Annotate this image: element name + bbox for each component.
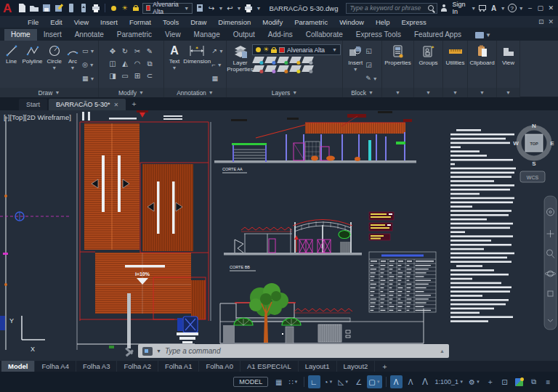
grid-display-button[interactable]: ▦ — [272, 375, 285, 388]
panel-label-block[interactable]: Block▼ — [343, 88, 381, 97]
search-box[interactable]: Type a keyword or phrase — [346, 3, 437, 14]
explode-tool-icon[interactable]: ⧉ — [144, 57, 156, 70]
drawing-area[interactable]: [-][Top][2D Wireframe] — [0, 110, 558, 361]
maximize-button[interactable]: ▢ — [536, 4, 544, 12]
hatch-tool-icon[interactable]: ▦ ▼ — [82, 75, 94, 82]
dimension-button[interactable]: ✶ Dimension — [183, 43, 211, 87]
properties-button[interactable]: Properties — [384, 43, 412, 87]
drawing-canvas[interactable]: i=10% — [0, 110, 558, 361]
layer-thaw-icon[interactable]: ☀ — [263, 46, 269, 53]
tab-express-tools[interactable]: Express Tools — [349, 29, 408, 41]
command-line[interactable]: ▼ Type a command ▲ — [138, 344, 449, 358]
help-dropdown-icon[interactable]: ▼ — [519, 6, 524, 11]
layout-tab-a1-especial[interactable]: A1 ESPECIAL — [240, 361, 299, 372]
scale-tool-icon[interactable]: ▭ — [119, 70, 132, 82]
workspace-switching-button[interactable]: ⚙▼ — [467, 375, 482, 388]
table-tool-icon[interactable]: ▦ — [212, 75, 224, 82]
panel-label-properties[interactable]: ▼ — [382, 88, 413, 97]
layer-thaw-sun-icon[interactable]: ☀ — [120, 3, 129, 13]
layer-vpfreeze-icon[interactable] — [277, 65, 289, 72]
layout-tab-model[interactable]: Model — [1, 361, 35, 372]
move-tool-icon[interactable]: ✥ — [107, 45, 119, 57]
mobile-device-icon[interactable] — [66, 3, 76, 13]
save-icon[interactable] — [41, 3, 52, 13]
viewcube[interactable]: TOP N S W E — [513, 123, 554, 167]
undo-dropdown-icon[interactable]: ▼ — [218, 6, 223, 11]
doc-close-icon[interactable]: ✕ — [548, 18, 554, 25]
tab-featured-apps[interactable]: Featured Apps — [408, 29, 468, 41]
panel-label-clipboard[interactable]: ▼ — [468, 88, 496, 97]
minimize-button[interactable]: – — [526, 4, 534, 12]
layer-lock-icon[interactable] — [271, 47, 277, 53]
offset-tool-icon[interactable]: ⊂ — [144, 70, 156, 82]
print-icon[interactable] — [243, 3, 254, 13]
erase-tool-icon[interactable]: ✎ — [144, 45, 156, 57]
file-tab-document[interactable]: BARRACÃO 5-30*✕ — [49, 99, 126, 110]
menu-parametric[interactable]: Parametric — [288, 18, 333, 26]
file-tab-start[interactable]: Start — [19, 99, 47, 110]
menu-window[interactable]: Window — [333, 18, 370, 26]
layout-tab-folha-a2[interactable]: Folha A2 — [117, 361, 158, 372]
ribbon-display-toggle[interactable]: ▼ — [475, 32, 491, 41]
object-snap-button[interactable]: ▢▼ — [367, 375, 381, 388]
layer-walk-icon[interactable] — [264, 65, 277, 72]
redo-icon[interactable]: ↩ — [225, 3, 234, 13]
command-dropdown-icon[interactable]: ▼ — [156, 348, 161, 354]
viewcube-top-face[interactable]: TOP — [530, 142, 538, 146]
tab-annotate[interactable]: Annotate — [68, 29, 110, 41]
autodesk-a-icon[interactable]: A — [489, 3, 498, 13]
polar-tracking-button[interactable]: ◔▼ — [323, 375, 335, 388]
menu-file[interactable]: File — [22, 18, 44, 26]
block-attrib-icon[interactable]: ✎ ▼ — [365, 75, 377, 82]
view-button[interactable]: View — [499, 43, 518, 87]
menu-help[interactable]: Help — [370, 18, 396, 26]
autodesk-dropdown-icon[interactable]: ▼ — [501, 6, 506, 11]
qat-more-icon[interactable]: ▼ — [256, 6, 261, 11]
tab-collaborate[interactable]: Collaborate — [299, 29, 349, 41]
save-as-icon[interactable] — [54, 3, 64, 13]
layer-off-icon[interactable] — [277, 57, 289, 63]
ortho-mode-button[interactable]: ∟ — [308, 375, 320, 388]
layer-unlock-tool-icon[interactable] — [289, 65, 302, 72]
clipboard-button[interactable]: Clipboard — [469, 43, 495, 87]
array-tool-icon[interactable]: ⊞ — [132, 70, 144, 82]
layout-tab-folha-a1[interactable]: Folha A1 — [158, 361, 200, 372]
viewport-controls[interactable]: [-][Top][2D Wireframe] — [4, 113, 71, 121]
insert-button[interactable]: Insert▼ — [346, 43, 365, 87]
layer-freeze-icon[interactable] — [264, 57, 277, 63]
layer-unlock-icon[interactable] — [132, 3, 140, 13]
layout-tab-layout2[interactable]: Layout2 — [337, 361, 376, 372]
groups-button[interactable]: ✶ Groups — [416, 43, 440, 87]
layer-properties-button[interactable]: Layer Properties — [228, 43, 252, 87]
annotation-monitor-button[interactable]: ＋ — [484, 375, 496, 388]
rotate-tool-icon[interactable]: ↻ — [119, 45, 132, 57]
help-icon[interactable]: ? — [508, 3, 517, 13]
panel-label-modify[interactable]: Modify▼ — [99, 88, 163, 97]
panel-label-utilities[interactable]: ▼ — [443, 88, 467, 97]
layer-isolate-icon[interactable] — [252, 57, 264, 63]
menu-tools[interactable]: Tools — [157, 18, 185, 26]
layer-states-icon[interactable] — [195, 3, 205, 13]
menu-draw[interactable]: Draw — [185, 18, 212, 26]
menu-edit[interactable]: Edit — [44, 18, 68, 26]
layer-combo[interactable]: ☀ Alvenaria Alta ▼ — [252, 44, 341, 55]
trim-tool-icon[interactable]: ✂ — [132, 45, 144, 57]
signin-dropdown-icon[interactable]: ▼ — [471, 6, 476, 11]
circle-button[interactable]: Circle▼ — [45, 43, 64, 87]
open-folder-icon[interactable] — [29, 3, 39, 13]
new-file-icon[interactable] — [17, 3, 27, 13]
viewcube-south[interactable]: S — [532, 160, 536, 167]
new-layout-button[interactable]: ＋ — [375, 361, 394, 372]
command-icon[interactable] — [142, 347, 153, 356]
quick-layer-combo[interactable]: Alvenaria Alta ▼ — [142, 3, 193, 14]
tab-home[interactable]: Home — [4, 29, 37, 41]
tab-parametric[interactable]: Parametric — [110, 29, 158, 41]
layer-merge-icon[interactable] — [302, 65, 314, 72]
menu-dimension[interactable]: Dimension — [212, 18, 256, 26]
annotation-visibility-button[interactable]: Λ — [390, 375, 403, 388]
panel-label-annotation[interactable]: Annotation▼ — [164, 88, 226, 97]
isolate-objects-button[interactable]: ⊡ — [498, 375, 511, 388]
layer-on-bulb-icon[interactable] — [109, 3, 118, 13]
stretch-tool-icon[interactable]: ◨ — [107, 70, 119, 82]
annotation-angle-button[interactable]: ∠ — [352, 375, 365, 388]
